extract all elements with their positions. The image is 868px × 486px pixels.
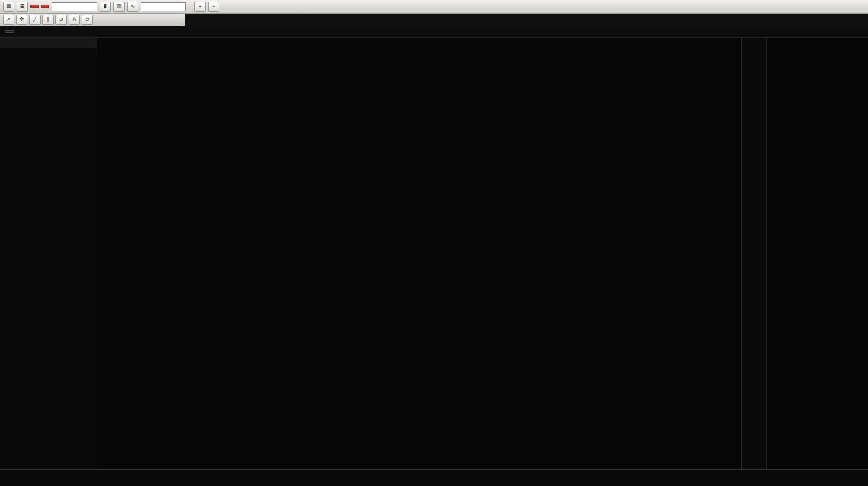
main-layout: [0, 38, 868, 469]
symbol-search-input[interactable]: [141, 2, 186, 11]
sidebar-header[interactable]: [0, 38, 97, 48]
drawing-tools: ➚ ✛ ╱ ∥ φ A ▱: [0, 14, 185, 26]
cursor-tool-icon[interactable]: ➚: [3, 15, 14, 25]
zoom-out-icon[interactable]: －: [208, 2, 219, 12]
text-tool-icon[interactable]: A: [69, 15, 80, 25]
time-axis[interactable]: [0, 469, 868, 486]
market-watch-sidebar: [0, 38, 97, 469]
news-panel: [766, 38, 868, 469]
trading-terminal-window: ▦ ⊞ ▮ ▥ ∿ ＋ － ➚ ✛ ╱ ∥ φ A ▱: [0, 0, 868, 486]
lot-size-input[interactable]: [52, 2, 97, 11]
candle-chart-icon[interactable]: ▮: [100, 2, 111, 12]
chart-header-bar: [0, 26, 868, 38]
sell-button[interactable]: [30, 5, 39, 8]
zoom-in-icon[interactable]: ＋: [194, 2, 206, 12]
channel-tool-icon[interactable]: ∥: [42, 15, 54, 25]
menu-strip: [185, 14, 868, 26]
trendline-tool-icon[interactable]: ╱: [29, 15, 41, 25]
price-axis[interactable]: [741, 38, 766, 469]
buy-button[interactable]: [41, 5, 49, 8]
secondary-toolbar: ➚ ✛ ╱ ∥ φ A ▱: [0, 14, 868, 26]
chart-area: [97, 38, 741, 469]
chart-window-icon[interactable]: ⊞: [17, 2, 28, 12]
chart-symbol-label[interactable]: [5, 30, 14, 33]
line-chart-icon[interactable]: ∿: [127, 2, 138, 12]
shapes-tool-icon[interactable]: ▱: [82, 15, 93, 25]
candlestick-chart-canvas[interactable]: [97, 38, 741, 469]
main-toolbar: ▦ ⊞ ▮ ▥ ∿ ＋ －: [0, 0, 868, 14]
new-order-icon[interactable]: ▦: [3, 2, 14, 12]
bar-chart-icon[interactable]: ▥: [113, 2, 125, 12]
fibonacci-tool-icon[interactable]: φ: [55, 15, 67, 25]
crosshair-tool-icon[interactable]: ✛: [16, 15, 27, 25]
